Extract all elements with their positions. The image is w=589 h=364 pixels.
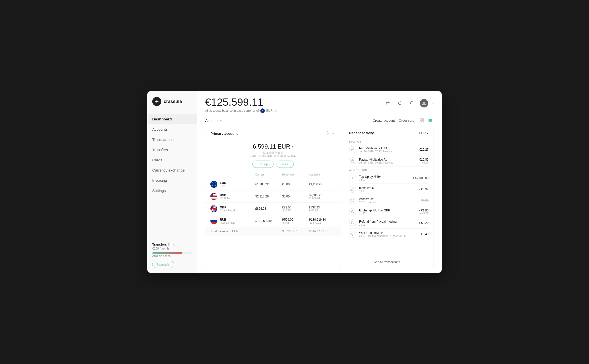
app-name: crassula	[164, 99, 182, 104]
activity-amount: €10.85 €9.48	[419, 158, 429, 164]
panel-header-icons: ⋯	[325, 131, 336, 136]
account-balance-value: 6,599.11	[253, 143, 276, 150]
svg-rect-27	[210, 193, 213, 196]
currency-chevron-icon[interactable]: ▾	[292, 145, 293, 148]
refresh-icon[interactable]	[396, 99, 404, 107]
svg-point-20	[212, 184, 212, 184]
usd-current: $2,315.26	[255, 195, 282, 198]
currency-selector-chevron: ▾	[427, 131, 429, 135]
transfer-icon[interactable]	[384, 99, 392, 107]
upgrade-button[interactable]: Upgrade	[152, 261, 174, 268]
currency-gbp-name: GBP British Pound	[220, 206, 235, 212]
account-currency: EUR	[278, 143, 290, 150]
svg-rect-11	[429, 120, 432, 121]
col-reserved: Reserved	[282, 173, 309, 176]
grid-view-icon[interactable]	[418, 117, 425, 124]
table-row: GBP British Pound £854.23 £22.00 -€25.15	[205, 202, 341, 215]
info-icon: ⓘ	[274, 109, 277, 113]
undo-icon	[349, 219, 356, 226]
svg-rect-45	[351, 189, 354, 191]
activity-item: Exchange EUR to GBP 11:20 - €1.86 + €1.6…	[349, 206, 429, 217]
col-current: Current	[255, 173, 282, 176]
activity-name: Paypal *digitalrive Ad	[359, 158, 416, 161]
svg-point-0	[156, 101, 157, 102]
panel-title: Primary account	[210, 132, 238, 136]
activity-time: 09:39, Insufficient balance - Please top…	[359, 235, 418, 237]
flag-eu	[210, 181, 217, 188]
account-bar-actions: Create account Order card	[373, 117, 434, 124]
currency-selector[interactable]: EUR ▾	[419, 131, 429, 135]
activity-name: Exchange EUR to GBP	[359, 209, 416, 212]
header-icons: + ▾	[372, 99, 434, 107]
gbp-reserved: £22.00 -€25.15	[282, 206, 309, 212]
panel-refresh-icon[interactable]	[325, 131, 329, 136]
activity-time: 12:23, reverted	[359, 201, 418, 204]
see-all-transactions-button[interactable]: See all transactions →	[344, 257, 434, 267]
order-card-button[interactable]: Order card	[399, 119, 414, 122]
avatar-chevron-icon[interactable]: ▾	[432, 101, 434, 105]
eur-current: €1,200.22	[255, 182, 282, 186]
svg-rect-41	[351, 149, 354, 151]
bell-icon[interactable]	[408, 99, 416, 107]
add-icon[interactable]: +	[372, 99, 380, 107]
activity-name: mans.lmt.lv	[359, 186, 416, 190]
svg-point-19	[212, 185, 213, 186]
activity-amount-positive: + €2.20	[419, 221, 429, 225]
topup-button[interactable]: Top up	[252, 161, 274, 168]
activity-info: yandex.taxi 12:23, reverted	[359, 197, 418, 204]
currency-usd-name: USD US Dollar	[220, 193, 231, 200]
right-panel-header: Recent activity EUR ▾	[344, 127, 434, 138]
svg-rect-25	[210, 197, 217, 198]
account-selector[interactable]: Account ▾	[205, 118, 222, 123]
account-chevron-icon: ▾	[220, 119, 222, 122]
svg-rect-26	[210, 198, 217, 199]
pay-button[interactable]: Pay	[277, 161, 294, 168]
create-account-button[interactable]: Create account	[373, 119, 395, 122]
account-info: 6,599.11 EUR ▾ ID: 38006742647 IBAN: GB3…	[205, 139, 341, 171]
svg-point-5	[423, 102, 425, 104]
list-view-icon[interactable]	[427, 117, 434, 124]
right-panel: Recent activity EUR ▾ Reserved Rim	[344, 127, 434, 267]
activity-time: Jun 16, 2018, 17:35, Reserved	[359, 150, 416, 153]
sidebar-item-cards[interactable]: Cards	[147, 155, 197, 165]
account-balance: 6,599.11 EUR ▾	[253, 143, 293, 150]
svg-rect-10	[429, 119, 432, 120]
activity-item: Refund from Paypal *heding 10:09 + €2.20	[349, 217, 429, 229]
activity-info: Rimi Valdemara Lr44 Jun 16, 2018, 17:35,…	[359, 147, 416, 153]
balance-integer: €125,599.	[205, 96, 252, 108]
svg-point-18	[214, 186, 214, 186]
sidebar-item-transactions[interactable]: Transactions	[147, 134, 197, 145]
svg-rect-39	[210, 220, 217, 222]
flag-gb	[210, 205, 217, 212]
circle-x-icon	[349, 231, 356, 238]
table-footer: Total balance in EUR 33.73 EUR 6,599.11 …	[205, 227, 341, 236]
sidebar-item-invoicing[interactable]: Invoicing	[147, 175, 197, 185]
progress-bar-fill	[152, 252, 182, 254]
activity-time: 10:09	[359, 223, 416, 226]
eur-available: €1,200.22	[309, 182, 336, 186]
avatar[interactable]	[420, 99, 428, 107]
lock-icon	[349, 186, 356, 193]
svg-point-15	[215, 182, 216, 183]
sidebar-logo: crassula	[147, 91, 197, 112]
sidebar-item-transfers[interactable]: Transfers	[147, 145, 197, 155]
currency-selector-label: EUR	[419, 131, 426, 135]
activity-time: 11:20	[359, 212, 416, 215]
activity-name: Refund from Paypal *heding	[359, 220, 416, 223]
sidebar-item-currency-exchange[interactable]: Currency exchange	[147, 165, 197, 175]
rub-current: ₽179,620.84	[255, 219, 282, 223]
account-bar: Account ▾ Create account Order card	[197, 117, 442, 127]
svg-rect-38	[210, 217, 217, 220]
plus-icon	[349, 175, 356, 182]
sidebar-item-settings[interactable]: Settings	[147, 185, 197, 196]
activity-time: 14:00	[359, 179, 410, 181]
sidebar-item-accounts[interactable]: Accounts	[147, 124, 197, 134]
sidebar-item-dashboard[interactable]: Dashboard	[147, 114, 197, 124]
currency-table: Current Reserved Available	[205, 171, 341, 267]
footer-spacer	[255, 230, 282, 233]
currency-cell-rub: RUB Russian ruble	[210, 217, 255, 224]
panel-menu-icon[interactable]: ⋯	[332, 131, 336, 136]
activity-info: Exchange EUR to GBP 11:20	[359, 209, 416, 215]
activity-name: Top-Up by *5894	[359, 175, 410, 179]
eur-flag-icon: ★	[260, 108, 265, 113]
